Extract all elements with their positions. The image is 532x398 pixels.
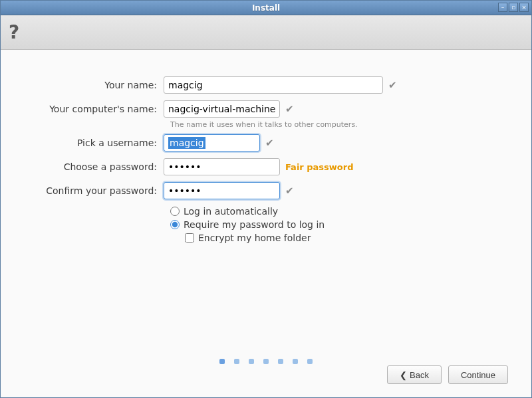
require-password-radio[interactable]: [170, 220, 180, 229]
minimize-button[interactable]: –: [498, 3, 507, 12]
content-area: Your name: ✔ Your computer's name: ✔ The…: [1, 50, 531, 397]
dot: [263, 359, 269, 364]
username-input[interactable]: magcig: [164, 134, 260, 151]
confirm-password-row: Confirm your password: ✔: [14, 182, 518, 199]
page-title: ?: [9, 21, 19, 43]
require-password-option[interactable]: Require my password to log in: [170, 219, 518, 230]
computer-name-input[interactable]: [164, 100, 280, 118]
require-password-label: Require my password to log in: [184, 219, 325, 230]
dot: [249, 359, 254, 364]
header: ?: [1, 15, 531, 50]
dot: [278, 359, 283, 364]
chevron-left-icon: ❮: [400, 370, 407, 380]
your-name-label: Your name:: [14, 80, 164, 90]
password-row: Choose a password: Fair password: [14, 158, 518, 175]
dot: [293, 359, 298, 364]
check-icon: ✔: [388, 79, 397, 91]
your-name-row: Your name: ✔: [14, 76, 518, 94]
continue-button[interactable]: Continue: [448, 365, 508, 384]
dot: [219, 359, 225, 364]
titlebar: Install – ▫ ×: [1, 1, 531, 15]
encrypt-checkbox[interactable]: [185, 233, 194, 243]
confirm-password-label: Confirm your password:: [14, 185, 164, 196]
auto-login-radio[interactable]: [170, 207, 180, 216]
maximize-button[interactable]: ▫: [509, 3, 518, 12]
window-controls: – ▫ ×: [498, 3, 529, 12]
password-label: Choose a password:: [14, 161, 164, 172]
dot: [307, 359, 313, 364]
computer-name-hint: The name it uses when it talks to other …: [170, 120, 518, 129]
form: Your name: ✔ Your computer's name: ✔ The…: [14, 76, 518, 359]
continue-label: Continue: [461, 370, 495, 380]
check-icon: ✔: [285, 185, 294, 197]
dot: [234, 359, 239, 364]
check-icon: ✔: [265, 137, 274, 149]
username-row: Pick a username: magcig ✔: [14, 134, 518, 151]
auto-login-option[interactable]: Log in automatically: [170, 206, 518, 217]
auto-login-label: Log in automatically: [184, 206, 278, 217]
check-icon: ✔: [285, 103, 294, 115]
install-window: Install – ▫ × ? Your name: ✔ Your comput…: [0, 0, 532, 398]
password-strength: Fair password: [285, 162, 354, 172]
confirm-password-input[interactable]: [164, 182, 280, 199]
encrypt-option[interactable]: Encrypt my home folder: [185, 233, 518, 243]
computer-name-row: Your computer's name: ✔: [14, 100, 518, 118]
close-button[interactable]: ×: [519, 3, 529, 12]
username-value: magcig: [168, 137, 205, 149]
your-name-input[interactable]: [164, 76, 383, 94]
login-options: Log in automatically Require my password…: [170, 206, 518, 243]
back-button[interactable]: ❮ Back: [387, 365, 442, 384]
password-input[interactable]: [164, 158, 280, 175]
progress-dots: [219, 359, 313, 364]
computer-name-label: Your computer's name:: [14, 104, 164, 114]
window-title: Install: [252, 3, 280, 13]
encrypt-label: Encrypt my home folder: [198, 233, 311, 243]
username-label: Pick a username:: [14, 138, 164, 148]
back-label: Back: [410, 370, 429, 380]
